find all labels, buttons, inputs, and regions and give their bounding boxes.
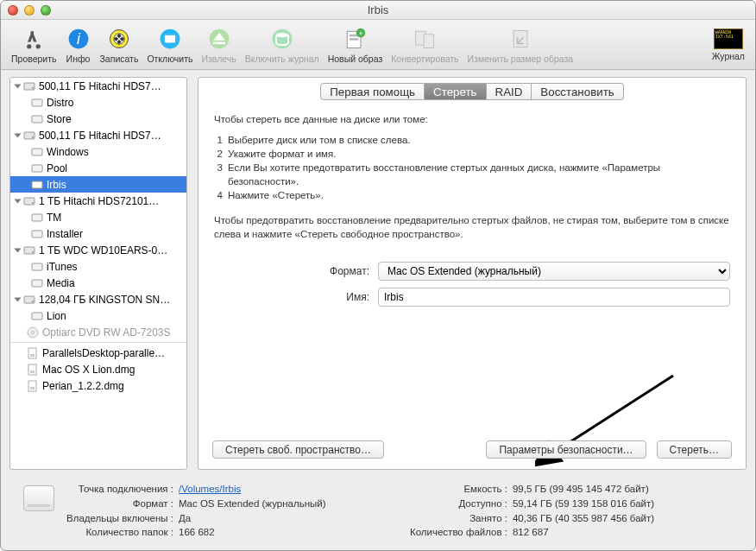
sidebar-disk[interactable]: 500,11 ГБ Hitachi HDS7… bbox=[10, 127, 186, 143]
svg-point-25 bbox=[32, 136, 34, 138]
svg-rect-47 bbox=[30, 387, 35, 390]
sidebar-label: Installer bbox=[47, 228, 83, 240]
toolbar-item-resize-image: Изменить размер образа bbox=[468, 26, 574, 64]
toolbar-label: Изменить размер образа bbox=[468, 54, 574, 64]
sidebar-volume[interactable]: Windows bbox=[10, 143, 186, 160]
sidebar-disk[interactable]: Optiarc DVD RW AD-7203S bbox=[10, 324, 186, 340]
journal-toolbar-item[interactable]: WARNINIX7:561 Журнал bbox=[712, 28, 745, 61]
toolbar-label: Конвертировать bbox=[391, 54, 458, 64]
detail-value: 812 687 bbox=[513, 525, 654, 540]
instruction-step: 1Выберите диск или том в списке слева. bbox=[214, 133, 730, 147]
svg-rect-39 bbox=[32, 313, 42, 320]
disclosure-triangle-icon[interactable] bbox=[15, 248, 22, 252]
erase-button[interactable]: Стереть… bbox=[657, 440, 732, 459]
instructions: Чтобы стереть все данные на диске или то… bbox=[198, 100, 746, 248]
minimize-window-button[interactable] bbox=[24, 5, 35, 16]
name-label: Имя: bbox=[214, 291, 369, 303]
erase-free-space-button[interactable]: Стереть своб. пространство… bbox=[212, 440, 384, 459]
tab-1[interactable]: Стереть bbox=[425, 83, 486, 100]
drive-icon bbox=[23, 485, 54, 511]
svg-rect-14 bbox=[350, 38, 359, 41]
disclosure-triangle-icon[interactable] bbox=[15, 84, 22, 88]
sidebar-label: Pool bbox=[47, 162, 67, 174]
sidebar-label: Media bbox=[47, 277, 75, 289]
tab-0[interactable]: Первая помощь bbox=[320, 83, 425, 100]
close-window-button[interactable] bbox=[8, 5, 18, 16]
svg-rect-18 bbox=[425, 34, 434, 48]
svg-rect-9 bbox=[213, 41, 225, 44]
svg-point-41 bbox=[32, 331, 35, 333]
toolbar-item-verify[interactable]: Проверить bbox=[11, 26, 57, 64]
sidebar-image[interactable]: Perian_1.2.2.dmg bbox=[10, 377, 186, 394]
disk-icon bbox=[23, 130, 35, 142]
tab-3[interactable]: Восстановить bbox=[532, 83, 623, 100]
disk-icon bbox=[23, 244, 35, 256]
svg-rect-28 bbox=[32, 181, 42, 188]
optical-icon bbox=[27, 326, 39, 339]
svg-point-10 bbox=[272, 28, 292, 48]
toolbar-item-new-image[interactable]: +Новый образ bbox=[328, 26, 383, 64]
sidebar-disk[interactable]: 128,04 ГБ KINGSTON SN… bbox=[10, 291, 186, 307]
tab-2[interactable]: RAID bbox=[487, 83, 532, 100]
sidebar-volume[interactable]: Media bbox=[10, 275, 186, 291]
detail-label: Точка подключения : bbox=[66, 482, 173, 497]
sidebar-disk[interactable]: 1 ТБ WDC WD10EARS-0… bbox=[10, 242, 186, 258]
svg-point-34 bbox=[32, 251, 34, 253]
sidebar-image[interactable]: Mac OS X Lion.dmg bbox=[10, 361, 186, 377]
svg-point-1 bbox=[36, 44, 41, 48]
toolbar-item-burn[interactable]: Записать bbox=[100, 26, 139, 64]
volume-icon bbox=[31, 179, 43, 191]
sidebar-volume[interactable]: Installer bbox=[10, 225, 186, 242]
sidebar-volume[interactable]: TM bbox=[10, 209, 186, 225]
dmg-icon bbox=[27, 364, 39, 376]
toolbar-label: Записать bbox=[100, 54, 139, 64]
toolbar-item-info[interactable]: iИнфо bbox=[66, 26, 91, 64]
main-panel: Первая помощьСтеретьRAIDВосстановить Что… bbox=[198, 77, 747, 470]
instruction-step: 4Нажмите «Стереть». bbox=[214, 188, 730, 202]
disk-sidebar[interactable]: 500,11 ГБ Hitachi HDS7…DistroStore500,11… bbox=[9, 77, 187, 470]
sidebar-label: Mac OS X Lion.dmg bbox=[42, 364, 135, 376]
verify-icon bbox=[21, 26, 47, 52]
svg-rect-44 bbox=[28, 364, 36, 375]
zoom-window-button[interactable] bbox=[41, 5, 51, 16]
toolbar-item-eject: Извлечь bbox=[201, 26, 236, 64]
sidebar-label: 500,11 ГБ Hitachi HDS7… bbox=[39, 130, 161, 142]
volume-icon bbox=[31, 261, 43, 273]
volume-icon bbox=[31, 113, 43, 125]
security-options-button[interactable]: Параметры безопасности… bbox=[486, 440, 646, 459]
detail-value: 99,5 ГБ (99 495 145 472 байт) bbox=[513, 482, 654, 497]
sidebar-volume[interactable]: Distro bbox=[10, 94, 186, 111]
svg-point-38 bbox=[32, 301, 34, 302]
sidebar-volume[interactable]: Irbis bbox=[10, 176, 186, 193]
sidebar-volume[interactable]: Store bbox=[10, 111, 186, 127]
disk-icon bbox=[23, 195, 35, 207]
mount-point-link[interactable]: /Volumes/Irbis bbox=[179, 484, 241, 494]
sidebar-label: ParallelsDesktop-paralle… bbox=[42, 347, 165, 359]
sidebar-label: Optiarc DVD RW AD-7203S bbox=[42, 326, 171, 339]
sidebar-volume[interactable]: Pool bbox=[10, 160, 186, 176]
window-controls bbox=[8, 5, 51, 16]
disclosure-triangle-icon[interactable] bbox=[15, 199, 22, 203]
sidebar-volume[interactable]: Lion bbox=[10, 307, 186, 324]
toolbar-label: Отключить bbox=[147, 54, 192, 64]
details-panel: Точка подключения : Формат : Владельцы в… bbox=[9, 477, 747, 545]
disclosure-triangle-icon[interactable] bbox=[15, 133, 22, 137]
sidebar-label: iTunes bbox=[47, 261, 78, 273]
format-select[interactable]: Mac OS Extended (журнальный) bbox=[378, 262, 730, 281]
name-input[interactable] bbox=[378, 288, 730, 307]
svg-rect-46 bbox=[28, 381, 36, 391]
intro-text: Чтобы стереть все данные на диске или то… bbox=[214, 112, 730, 126]
detail-label: Количество папок : bbox=[66, 525, 173, 540]
action-row: Стереть своб. пространство… Параметры бе… bbox=[198, 440, 746, 459]
sidebar-disk[interactable]: 1 ТБ Hitachi HDS72101… bbox=[10, 193, 186, 209]
sidebar-volume[interactable]: iTunes bbox=[10, 258, 186, 275]
disclosure-triangle-icon[interactable] bbox=[15, 297, 22, 301]
sidebar-disk[interactable]: 500,11 ГБ Hitachi HDS7… bbox=[10, 78, 186, 94]
tab-bar: Первая помощьСтеретьRAIDВосстановить bbox=[320, 83, 623, 100]
disk-icon bbox=[23, 80, 35, 92]
sidebar-label: Irbis bbox=[47, 179, 66, 191]
sidebar-image[interactable]: ParallelsDesktop-paralle… bbox=[10, 345, 186, 361]
sidebar-label: 128,04 ГБ KINGSTON SN… bbox=[39, 294, 170, 306]
instruction-step: 3Если Вы хотите предотвратить восстановл… bbox=[214, 161, 730, 188]
toolbar-item-unmount[interactable]: Отключить bbox=[147, 26, 192, 64]
